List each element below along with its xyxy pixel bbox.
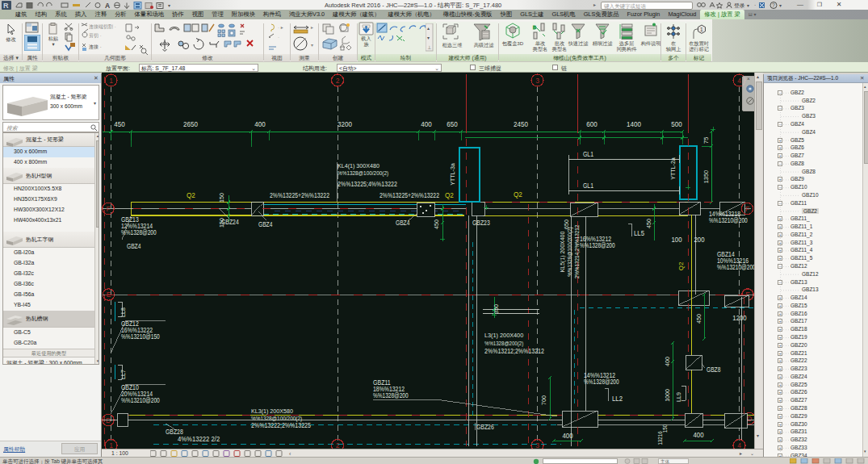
svg-text:75: 75 xyxy=(702,136,710,144)
svg-text:1000: 1000 xyxy=(664,389,671,402)
svg-text:登录: 登录 xyxy=(734,2,745,9)
svg-text:400: 400 xyxy=(421,120,432,128)
svg-text:LL7: LL7 xyxy=(120,370,127,379)
svg-text:A: A xyxy=(105,2,110,10)
svg-text:GBZ24: GBZ24 xyxy=(221,219,239,226)
svg-text:%%1328@200: %%1328@200 xyxy=(121,229,157,236)
svg-text:▾: ▾ xyxy=(311,43,313,48)
svg-text:3200: 3200 xyxy=(338,120,352,128)
svg-text:400: 400 xyxy=(563,433,573,440)
svg-text:650: 650 xyxy=(563,219,570,229)
svg-text:F: F xyxy=(745,205,749,213)
svg-text:4: 4 xyxy=(737,77,741,85)
svg-text:KL4(1) 300X480: KL4(1) 300X480 xyxy=(338,163,379,169)
svg-text:B: B xyxy=(533,25,536,30)
svg-text:1: 1 xyxy=(109,441,113,449)
svg-text:▸: ▸ xyxy=(311,25,313,30)
svg-text:?: ? xyxy=(772,2,775,8)
svg-text:GBZ8: GBZ8 xyxy=(707,366,721,374)
svg-text:▾: ▾ xyxy=(779,3,782,8)
svg-text:‹: ‹ xyxy=(289,451,291,457)
svg-text:100: 100 xyxy=(672,236,682,244)
svg-text:LL8: LL8 xyxy=(120,307,127,317)
svg-text:1200: 1200 xyxy=(732,315,747,322)
svg-text:1400: 1400 xyxy=(627,120,641,128)
svg-text:GBZ4: GBZ4 xyxy=(127,243,141,250)
svg-text:LL9: LL9 xyxy=(675,392,682,402)
svg-text:2650: 2650 xyxy=(183,120,198,128)
svg-text:·: · xyxy=(754,2,756,8)
svg-text:Q2: Q2 xyxy=(445,192,454,199)
svg-text:3: 3 xyxy=(535,441,539,449)
svg-text:2%%13225;4%%13222: 2%%13225;4%%13222 xyxy=(338,181,397,188)
svg-text:4: 4 xyxy=(737,441,741,449)
svg-text:LL5: LL5 xyxy=(634,230,644,237)
svg-text:Q2: Q2 xyxy=(187,192,195,199)
svg-text:GBZ28: GBZ28 xyxy=(166,428,183,436)
svg-text:650: 650 xyxy=(447,120,458,128)
svg-text:450: 450 xyxy=(695,314,702,324)
svg-text:%%1328@200: %%1328@200 xyxy=(373,392,409,399)
svg-text:2%%13222;2%%13225: 2%%13222;2%%13225 xyxy=(251,422,311,429)
svg-text:GBZ4: GBZ4 xyxy=(258,221,273,228)
svg-text:%%1328@200: %%1328@200 xyxy=(584,378,619,386)
svg-text:500: 500 xyxy=(671,120,682,128)
svg-text:2%%13225+2%%13222: 2%%13225+2%%13222 xyxy=(379,192,439,199)
svg-text:2%%13214;2%%13212: 2%%13214;2%%13212 xyxy=(573,225,581,279)
svg-text:400: 400 xyxy=(254,120,266,128)
svg-text:2450: 2450 xyxy=(514,120,528,128)
svg-text:3: 3 xyxy=(535,77,539,85)
svg-text:▾: ▾ xyxy=(168,3,170,8)
svg-text:Q2: Q2 xyxy=(677,261,685,270)
svg-text:700: 700 xyxy=(540,395,547,405)
svg-text:GBZ4: GBZ4 xyxy=(396,219,410,227)
svg-text:13216: 13216 xyxy=(657,431,663,445)
svg-text:%%13210@150: %%13210@150 xyxy=(121,333,160,341)
svg-text:LL2: LL2 xyxy=(612,395,623,403)
svg-text:400: 400 xyxy=(664,357,671,366)
svg-text:KL3(1) 200X580: KL3(1) 200X580 xyxy=(251,408,293,415)
svg-text:2: 2 xyxy=(336,441,340,449)
svg-text:连接 ·: 连接 · xyxy=(89,44,102,50)
svg-text:F: F xyxy=(106,205,110,213)
svg-text:%%1328@200(2): %%1328@200(2) xyxy=(484,341,523,347)
svg-text:▴: ▴ xyxy=(427,26,430,31)
svg-text:%%13210@200: %%13210@200 xyxy=(709,217,748,224)
svg-text:%%1328@100/200(2): %%1328@100/200(2) xyxy=(251,416,302,422)
svg-text:·: · xyxy=(278,35,279,40)
svg-text:1350: 1350 xyxy=(702,169,710,183)
svg-text:400: 400 xyxy=(694,432,704,439)
svg-text:150: 150 xyxy=(662,424,668,433)
svg-text:2%%13225+2%%13222: 2%%13225+2%%13222 xyxy=(270,192,329,199)
svg-text:⊥: ⊥ xyxy=(427,45,431,50)
svg-text:350: 350 xyxy=(493,304,500,314)
svg-text:1: 1 xyxy=(700,27,703,32)
svg-text:%%1328@100/200(2): %%1328@100/200(2) xyxy=(567,227,573,276)
svg-text:Q2: Q2 xyxy=(514,191,522,199)
svg-text:%%1328@100/200(2): %%1328@100/200(2) xyxy=(338,170,388,177)
svg-text:%%1328@200: %%1328@200 xyxy=(580,242,615,249)
svg-text:450: 450 xyxy=(433,219,440,229)
svg-text:GBZ26: GBZ26 xyxy=(476,424,494,431)
svg-text:200: 200 xyxy=(694,236,705,244)
svg-text:剪切 ·: 剪切 · xyxy=(89,32,102,39)
svg-text:600: 600 xyxy=(586,120,598,128)
svg-text:450: 450 xyxy=(114,120,125,128)
svg-text:YTTL-2a: YTTL-2a xyxy=(669,157,677,179)
svg-text:▾: ▾ xyxy=(427,36,430,40)
svg-text:· ▸: · ▸ xyxy=(278,25,283,30)
svg-text:%%13210@200: %%13210@200 xyxy=(121,397,160,404)
svg-text:2%%13212;2%%13212: 2%%13212;2%%13212 xyxy=(484,348,544,355)
svg-text:GL1: GL1 xyxy=(583,182,593,190)
svg-text:▾: ▾ xyxy=(747,3,749,8)
svg-text:R: R xyxy=(3,2,9,10)
svg-text:连接端切割 ·: 连接端切割 · xyxy=(89,23,116,30)
svg-text:L3(1) 200X400: L3(1) 200X400 xyxy=(484,332,523,339)
svg-text:2: 2 xyxy=(336,77,340,85)
svg-text:150: 150 xyxy=(218,193,225,203)
svg-text:1: 1 xyxy=(109,77,113,85)
svg-text:4%%13222 2/2: 4%%13222 2/2 xyxy=(178,436,220,443)
svg-text:KL5(1) 200X400: KL5(1) 200X400 xyxy=(560,232,566,273)
svg-text:GBZ23: GBZ23 xyxy=(472,219,490,227)
svg-text:%%13210@200: %%13210@200 xyxy=(717,264,754,271)
